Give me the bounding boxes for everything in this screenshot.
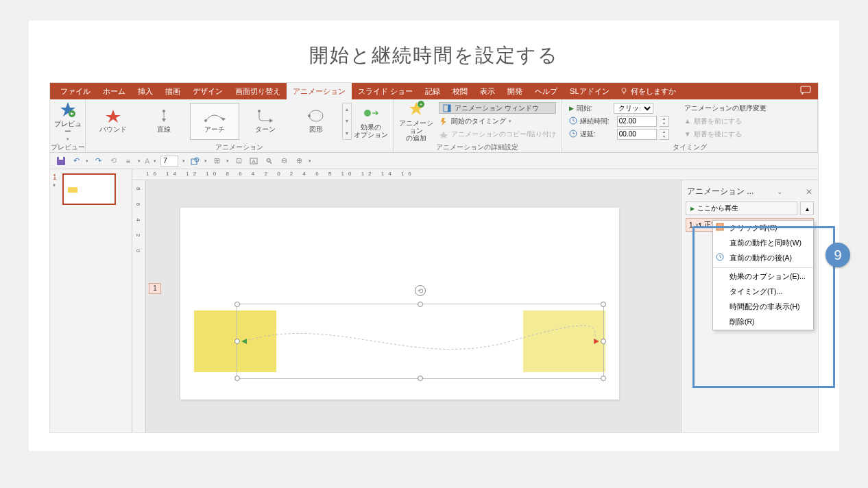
- delay-input[interactable]: [617, 129, 657, 140]
- font-size-input[interactable]: [160, 156, 178, 167]
- move-earlier-button[interactable]: ▲順番を前にする: [684, 115, 767, 127]
- motion-icon: ↺: [696, 221, 701, 229]
- preview-button[interactable]: プレビュー ▾: [53, 101, 82, 141]
- effect-options-button[interactable]: 効果の オプション: [352, 101, 390, 141]
- textbox-icon[interactable]: A: [248, 156, 259, 167]
- undo-icon[interactable]: ↶: [71, 156, 82, 167]
- tab-slideshow[interactable]: スライド ショー: [352, 83, 419, 99]
- svg-rect-20: [448, 105, 450, 112]
- animation-painter-button[interactable]: アニメーションのコピー/貼り付け: [439, 128, 556, 140]
- clock-icon: [716, 253, 725, 263]
- gallery-shape[interactable]: 図形: [291, 103, 341, 140]
- handle-br[interactable]: [601, 376, 606, 381]
- gallery-down-icon[interactable]: ▾: [343, 115, 351, 127]
- menu-remove[interactable]: 削除(R): [713, 315, 813, 330]
- animation-tag[interactable]: 1: [149, 283, 161, 294]
- svg-marker-32: [594, 339, 599, 344]
- motion-path[interactable]: [237, 321, 603, 362]
- repeat-icon[interactable]: ⟲: [108, 156, 119, 167]
- handle-bl[interactable]: [234, 376, 240, 381]
- zoom-out-icon[interactable]: ⊖: [278, 156, 289, 167]
- trigger-button[interactable]: 開始のタイミング ▾: [439, 115, 556, 127]
- play-from-button[interactable]: ▶ ここから再生: [686, 202, 797, 215]
- gallery-line[interactable]: 直線: [139, 103, 189, 140]
- handle-tl[interactable]: [234, 302, 240, 307]
- save-icon[interactable]: [56, 156, 67, 167]
- tab-insert[interactable]: 挿入: [132, 83, 159, 99]
- move-later-button[interactable]: ▼順番を後にする: [684, 128, 767, 140]
- tab-file[interactable]: ファイル: [54, 83, 97, 99]
- pane-up-button[interactable]: ▴: [800, 202, 814, 215]
- reorder-label: アニメーションの順序変更: [684, 102, 767, 114]
- slide[interactable]: ⟲: [180, 208, 619, 400]
- quick-access-toolbar: ↶ ▾ ↷ ⟲ ≡ ▾ A ▾ ▾ ▾ ⊞ ▾ ⊡ A 🔍︎ ⊖ ⊕ ▾: [50, 153, 818, 169]
- gallery-arc[interactable]: アーチ: [190, 103, 239, 140]
- svg-rect-1: [801, 86, 810, 93]
- tab-draw[interactable]: 描画: [159, 83, 186, 99]
- tab-transitions[interactable]: 画面切り替え: [229, 83, 287, 99]
- handle-tr[interactable]: [601, 302, 606, 307]
- shapes-icon[interactable]: [189, 156, 200, 167]
- duration-spinner[interactable]: ▴▾: [660, 116, 669, 127]
- menu-effect-options[interactable]: 効果のオプション(E)...: [713, 269, 813, 284]
- duration-input[interactable]: [617, 116, 657, 127]
- gallery-bounce[interactable]: バウンド: [88, 103, 138, 140]
- gallery-turn[interactable]: ターン: [241, 103, 290, 140]
- delay-spinner[interactable]: ▴▾: [660, 129, 669, 140]
- tab-record[interactable]: 記録: [419, 83, 446, 99]
- tab-sladdin[interactable]: SLアドイン: [564, 83, 615, 99]
- handle-bc[interactable]: [418, 376, 423, 381]
- pane-icon: [442, 103, 452, 113]
- pane-title: アニメーション ...: [687, 186, 754, 197]
- align-icon[interactable]: ⊞: [211, 156, 222, 167]
- delay-icon: [569, 130, 577, 139]
- svg-marker-10: [221, 117, 226, 121]
- close-pane-icon[interactable]: ✕: [806, 187, 812, 197]
- ribbon: プレビュー ▾ プレビュー バウンド 直線: [50, 99, 818, 153]
- comments-icon[interactable]: [800, 86, 811, 97]
- chevron-down-icon[interactable]: ⌄: [777, 188, 782, 195]
- gallery-more-icon[interactable]: ▾: [343, 127, 351, 139]
- tab-home[interactable]: ホーム: [97, 83, 132, 99]
- ribbon-tabs: ファイル ホーム 挿入 描画 デザイン 画面切り替え アニメーション スライド …: [50, 83, 818, 99]
- svg-marker-5: [106, 110, 121, 123]
- svg-point-15: [364, 110, 371, 117]
- menu-timing[interactable]: タイミング(T)...: [713, 284, 813, 300]
- tab-developer[interactable]: 開発: [501, 83, 529, 99]
- menu-with-previous[interactable]: 直前の動作と同時(W): [713, 236, 813, 251]
- context-menu: クリック時(C) 直前の動作と同時(W) 直前の動作の後(A) 効果のオプション…: [712, 220, 814, 330]
- slide-canvas[interactable]: 1 ⟲: [146, 180, 681, 432]
- horizontal-ruler: 16 14 12 10 8 6 4 2 0 2 4 6 8 10 12 14 1…: [132, 169, 818, 180]
- redo-icon[interactable]: ↷: [93, 156, 104, 167]
- tab-review[interactable]: 校閲: [446, 83, 474, 99]
- animation-gallery[interactable]: バウンド 直線 アーチ ターン: [88, 101, 352, 141]
- gallery-up-icon[interactable]: ▴: [343, 103, 351, 115]
- svg-point-11: [258, 110, 261, 112]
- tell-me[interactable]: 何をしますか: [620, 86, 676, 97]
- animation-pane: アニメーション ... ⌄ ✕ ▶ ここから再生 ▴ 1: [681, 180, 818, 432]
- menu-hide-timeline[interactable]: 時間配分の非表示(H): [713, 300, 813, 315]
- menu-on-click[interactable]: クリック時(C): [713, 221, 813, 236]
- svg-point-13: [309, 110, 323, 121]
- effect-options-icon: [362, 104, 380, 122]
- zoom-in-icon[interactable]: ⊕: [293, 156, 304, 167]
- find-icon[interactable]: 🔍︎: [263, 156, 274, 167]
- selection-box[interactable]: ⟲: [237, 304, 604, 379]
- tab-animations[interactable]: アニメーション: [287, 83, 352, 99]
- rotate-handle[interactable]: ⟲: [415, 285, 426, 296]
- svg-marker-12: [269, 119, 273, 123]
- page-title: 開始と継続時間を設定する: [29, 42, 839, 69]
- menu-after-previous[interactable]: 直前の動作の後(A): [713, 251, 813, 266]
- group-icon[interactable]: ⊡: [233, 156, 244, 167]
- gallery-scroll[interactable]: ▴ ▾ ▾: [342, 103, 352, 140]
- tab-help[interactable]: ヘルプ: [529, 83, 564, 99]
- tab-design[interactable]: デザイン: [186, 83, 229, 99]
- bullets-icon[interactable]: ≡: [123, 156, 134, 167]
- tab-view[interactable]: 表示: [474, 83, 501, 99]
- add-animation-button[interactable]: + アニメーション の追加: [396, 101, 436, 141]
- thumbnail-1[interactable]: 1 *: [54, 173, 128, 205]
- start-select[interactable]: クリック時: [614, 103, 653, 114]
- animation-pane-button[interactable]: アニメーション ウィンドウ: [439, 102, 556, 114]
- step-number-badge: 9: [825, 243, 850, 267]
- handle-tc[interactable]: [418, 302, 423, 307]
